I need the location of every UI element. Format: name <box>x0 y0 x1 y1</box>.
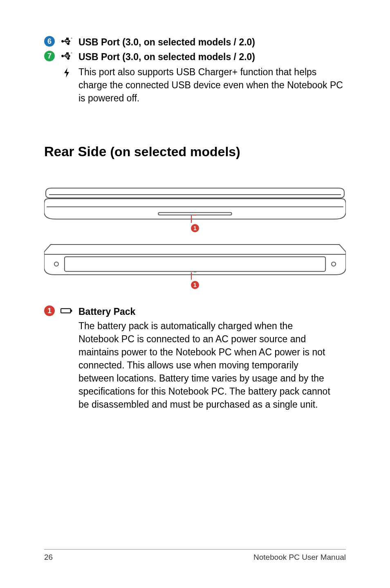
svg-rect-17 <box>71 310 72 312</box>
svg-rect-12 <box>65 257 325 272</box>
battery-item: 1 Battery Pack The battery pack is autom… <box>44 305 346 411</box>
usb-icon: + <box>61 51 73 61</box>
port-sub-desc: This port also supports USB Charger+ fun… <box>78 65 346 105</box>
battery-label: Battery Pack <box>78 305 332 318</box>
svg-text:+: + <box>71 37 72 40</box>
battery-icon <box>61 305 73 315</box>
battery-desc: The battery pack is automatically charge… <box>78 321 330 410</box>
callout-6: 6 <box>44 36 55 47</box>
svg-point-14 <box>332 262 336 266</box>
section-title: Rear Side <box>44 144 106 159</box>
svg-text:+: + <box>71 52 72 54</box>
diagram-callout-1: 1 <box>191 281 199 289</box>
svg-point-2 <box>67 43 69 45</box>
svg-rect-5 <box>67 53 68 54</box>
callout-1: 1 <box>44 305 55 316</box>
svg-point-6 <box>67 58 69 59</box>
diagram-callout-1: 1 <box>191 224 199 232</box>
rear-view-2: 1 <box>44 240 346 289</box>
port-item-6: 6 + USB Port (3.0, on selected models / … <box>44 36 346 48</box>
lightning-icon <box>61 65 73 79</box>
port-item-7: 7 + USB Port (3.0, on selected models / … <box>44 51 346 63</box>
callout-7: 7 <box>44 51 55 61</box>
usb-icon: + <box>61 36 73 46</box>
diagram-leader: 1 <box>191 215 199 232</box>
rear-diagrams: 1 1 <box>44 182 346 288</box>
port-sub-7: This port also supports USB Charger+ fun… <box>61 65 346 105</box>
port-label: USB Port (3.0, on selected models / 2.0) <box>78 51 255 63</box>
svg-point-13 <box>54 262 58 266</box>
section-qualifier: (on selected models) <box>110 144 240 159</box>
svg-rect-1 <box>67 38 68 40</box>
diagram-leader: 1 <box>191 272 199 289</box>
page-footer: 26 Notebook PC User Manual <box>44 549 346 562</box>
rear-view-1: 1 <box>44 182 346 231</box>
page-number: 26 <box>44 553 53 562</box>
doc-title: Notebook PC User Manual <box>253 553 346 562</box>
svg-rect-16 <box>61 309 71 313</box>
port-label: USB Port (3.0, on selected models / 2.0) <box>78 36 255 48</box>
section-heading: Rear Side (on selected models) <box>44 144 346 159</box>
